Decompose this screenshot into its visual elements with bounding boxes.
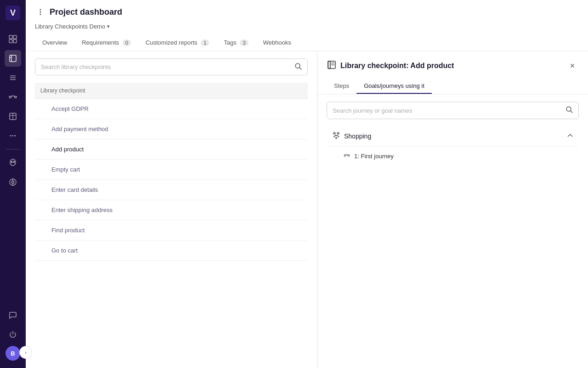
shopping-journey-icon (332, 131, 340, 141)
panel-search-icon[interactable] (565, 106, 573, 115)
right-panel: Library checkpoint: Add product × Steps … (317, 51, 588, 368)
shopping-group-label: Shopping (344, 132, 371, 140)
svg-rect-33 (328, 61, 330, 69)
journey-group-shopping: Shopping (327, 126, 579, 166)
header-top: Project dashboard (35, 6, 579, 17)
checkpoint-name: Find product (35, 220, 308, 241)
tab-customized-reports[interactable]: Customized reports 1 (138, 35, 216, 51)
checkpoint-name: Accept GDPR (35, 99, 308, 119)
svg-rect-3 (13, 35, 17, 39)
tab-overview[interactable]: Overview (35, 35, 74, 51)
project-subtitle: Library Checkpoints Demo ▾ (35, 23, 579, 30)
svg-point-18 (12, 135, 14, 137)
journey-group-title: Shopping (332, 131, 371, 141)
sidebar-expand-button[interactable]: › (19, 346, 32, 359)
sidebar-item-journey[interactable] (5, 89, 21, 105)
svg-point-22 (13, 161, 15, 163)
left-panel: Library checkpoint Accept GDPRAdd paymen… (26, 51, 317, 368)
table-row[interactable]: Find product (35, 220, 308, 241)
panel-library-icon (327, 60, 337, 72)
avatar[interactable]: B (6, 346, 20, 361)
sidebar-item-alien[interactable] (5, 155, 21, 171)
table-header-checkpoint: Library checkpoint (35, 83, 308, 99)
chevron-down-icon[interactable]: ▾ (107, 23, 110, 29)
svg-point-29 (40, 14, 41, 15)
tab-requirements[interactable]: Requirements 0 (74, 35, 138, 51)
tab-tags[interactable]: Tags 3 (216, 35, 255, 51)
svg-point-28 (40, 12, 41, 13)
panel-tabs: Steps Goals/journeys using it (327, 79, 579, 94)
svg-rect-2 (9, 35, 12, 39)
checkpoint-search-bar[interactable] (35, 58, 308, 75)
table-row[interactable]: Enter card details (35, 180, 308, 200)
panel-content: Shopping (317, 94, 588, 368)
table-row[interactable]: Enter shipping address (35, 200, 308, 220)
main-tabs: Overview Requirements 0 Customized repor… (35, 35, 579, 51)
table-row[interactable]: Accept GDPR (35, 99, 308, 119)
svg-point-13 (15, 96, 17, 98)
sidebar-item-chat[interactable] (5, 307, 21, 323)
tags-badge: 3 (240, 40, 248, 46)
svg-point-12 (9, 96, 11, 98)
svg-point-39 (337, 132, 339, 134)
header: Project dashboard Library Checkpoints De… (26, 0, 588, 51)
svg-text:V: V (10, 8, 16, 17)
main-content: Project dashboard Library Checkpoints De… (26, 0, 588, 368)
sidebar-logo[interactable]: V (6, 6, 20, 20)
chevron-up-icon[interactable] (567, 132, 573, 140)
table-row[interactable]: Go to cart (35, 241, 308, 261)
checkpoint-table: Library checkpoint Accept GDPRAdd paymen… (35, 83, 308, 261)
right-panel-title: Library checkpoint: Add product (327, 60, 454, 72)
sidebar: V (0, 0, 26, 368)
header-menu-button[interactable] (35, 6, 46, 17)
checkpoint-name: Add payment method (35, 119, 308, 139)
right-panel-title-row: Library checkpoint: Add product × (327, 59, 579, 72)
checkpoint-name: Empty cart (35, 160, 308, 180)
search-icon[interactable] (294, 63, 302, 71)
sidebar-item-home[interactable] (5, 31, 21, 47)
sidebar-item-integrations[interactable] (5, 174, 21, 190)
svg-point-41 (344, 155, 346, 156)
close-button[interactable]: × (566, 59, 579, 72)
table-row[interactable]: Empty cart (35, 160, 308, 180)
journey-group-header-shopping[interactable]: Shopping (327, 126, 579, 146)
svg-point-21 (11, 161, 13, 163)
svg-rect-4 (9, 40, 12, 43)
journey-search-input[interactable] (333, 107, 565, 114)
sidebar-item-power[interactable] (5, 326, 21, 343)
svg-rect-6 (10, 55, 16, 62)
content-area: Library checkpoint Accept GDPRAdd paymen… (26, 51, 588, 368)
checkpoint-name: Add product (35, 139, 308, 160)
search-input[interactable] (41, 63, 294, 70)
svg-rect-5 (13, 40, 17, 43)
reports-badge: 1 (201, 40, 209, 46)
svg-point-24 (12, 181, 14, 184)
sidebar-item-checkpoints[interactable] (5, 50, 21, 67)
tab-webhooks[interactable]: Webhooks (256, 35, 299, 51)
svg-line-37 (571, 111, 572, 113)
sidebar-item-more[interactable] (5, 127, 21, 144)
svg-line-31 (300, 68, 301, 69)
table-row[interactable]: Add product (35, 139, 308, 160)
sidebar-bottom: B (5, 305, 21, 362)
project-name[interactable]: Library Checkpoints Demo (35, 23, 105, 30)
table-row[interactable]: Add payment method (35, 119, 308, 139)
journey-item-label: 1: First journey (354, 153, 394, 160)
svg-point-27 (40, 9, 41, 11)
svg-point-38 (334, 132, 335, 134)
checkpoint-name: Enter card details (35, 180, 308, 200)
panel-search-bar[interactable] (327, 102, 579, 119)
checkpoint-name: Enter shipping address (35, 200, 308, 220)
svg-point-40 (336, 138, 337, 139)
journey-item-first-journey[interactable]: 1: First journey (327, 146, 579, 166)
svg-point-17 (10, 135, 11, 137)
sidebar-divider (6, 149, 20, 150)
svg-point-19 (15, 135, 16, 137)
svg-point-42 (348, 155, 350, 156)
sidebar-item-blueprint[interactable] (5, 108, 21, 125)
checkpoint-name: Go to cart (35, 241, 308, 261)
journey-item-icon (343, 152, 351, 161)
sidebar-item-list[interactable] (5, 69, 21, 86)
panel-tab-steps[interactable]: Steps (327, 79, 356, 94)
panel-tab-goals[interactable]: Goals/journeys using it (356, 79, 432, 94)
